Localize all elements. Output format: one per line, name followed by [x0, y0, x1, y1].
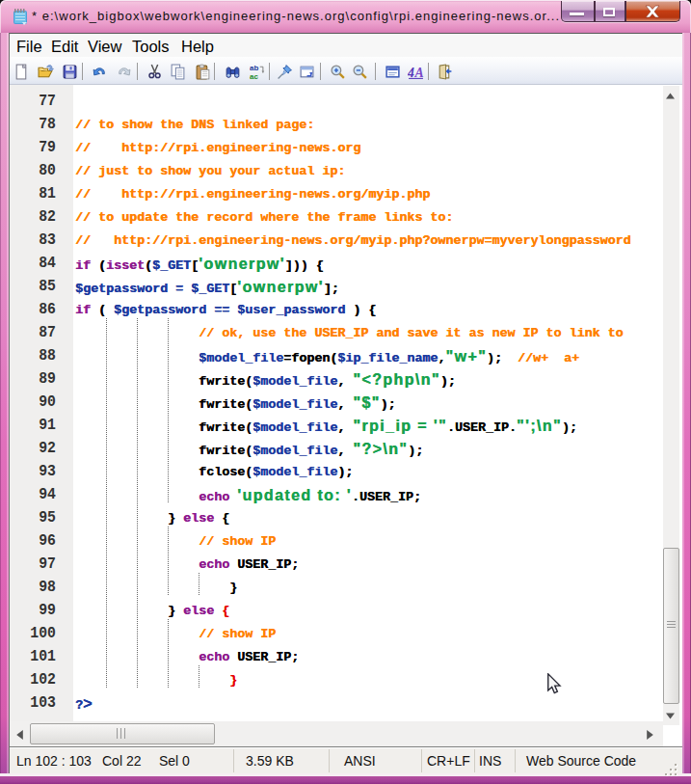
svg-text:ac: ac	[250, 72, 258, 80]
svg-text:A: A	[413, 66, 423, 80]
svg-text:4: 4	[408, 66, 414, 80]
